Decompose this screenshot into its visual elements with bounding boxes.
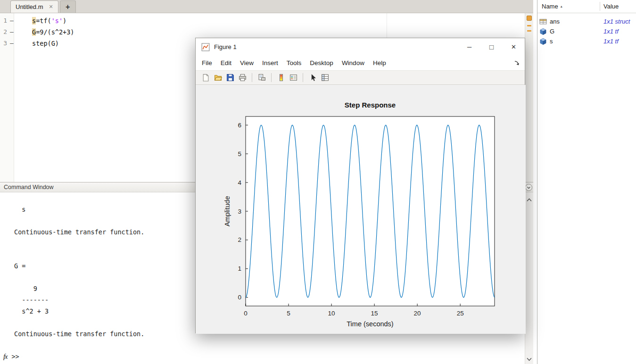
- new-tab-button[interactable]: +: [60, 0, 76, 13]
- variable-value: 1x1 tf: [603, 38, 619, 45]
- line-number-gutter: 1–2–3–: [0, 13, 14, 182]
- workspace-value-column-header[interactable]: Value: [603, 3, 619, 10]
- toolbar-separator: [252, 73, 252, 82]
- property-inspector-icon[interactable]: [319, 72, 331, 83]
- analyzer-warning-marker[interactable]: [527, 30, 531, 32]
- x-tick-label: 25: [457, 310, 464, 317]
- line-number[interactable]: 1–: [0, 15, 14, 26]
- print-figure-icon[interactable]: [236, 72, 248, 83]
- code-token: =9/(s^2+3): [36, 28, 74, 36]
- command-prompt-row[interactable]: fx >>: [0, 351, 525, 362]
- scroll-down-icon[interactable]: [526, 356, 532, 361]
- y-tick-label: 3: [238, 208, 241, 215]
- step-response-plot[interactable]: 05101520250123456Step ResponseTime (seco…: [196, 85, 526, 334]
- menu-item-view[interactable]: View: [236, 57, 258, 69]
- x-tick-label: 20: [414, 310, 421, 317]
- dock-figure-icon[interactable]: [513, 60, 520, 66]
- variable-value: 1x1 tf: [603, 28, 619, 35]
- struct-icon: [539, 18, 547, 25]
- variable-value: 1x1 struct: [603, 18, 630, 25]
- scroll-up-icon[interactable]: [526, 196, 532, 202]
- y-tick-label: 2: [238, 236, 241, 243]
- variable-name: G: [550, 28, 554, 35]
- editor-tab-untitled[interactable]: Untitled.m ✕: [10, 0, 58, 13]
- plot-axes-box[interactable]: [246, 116, 495, 306]
- toolbar-separator: [303, 73, 303, 82]
- workspace-name-column-header[interactable]: Name ▴: [537, 3, 562, 10]
- window-controls: ─ □ ✕: [458, 38, 525, 56]
- object-icon: [539, 28, 547, 35]
- edit-plot-icon[interactable]: [306, 72, 319, 83]
- minimize-button[interactable]: ─: [458, 38, 480, 56]
- tab-close-icon[interactable]: ✕: [49, 4, 53, 10]
- variable-name: ans: [550, 18, 560, 25]
- figure-menubar: FileEditViewInsertToolsDesktopWindowHelp: [196, 56, 525, 70]
- command-window-scrollbar[interactable]: [525, 192, 533, 364]
- command-output-line: [0, 339, 525, 351]
- y-tick-label: 5: [238, 150, 241, 157]
- menu-items: FileEditViewInsertToolsDesktopWindowHelp: [198, 57, 390, 69]
- column-divider[interactable]: [600, 2, 600, 11]
- analyzer-indicator-icon[interactable]: [527, 16, 532, 21]
- fx-indicator: fx: [3, 353, 7, 361]
- line-number[interactable]: 2–: [0, 26, 14, 38]
- workspace-row-ans[interactable]: ans1x1 struct: [537, 17, 636, 26]
- menu-item-tools[interactable]: Tools: [282, 57, 306, 69]
- menu-item-window[interactable]: Window: [338, 57, 369, 69]
- code-token: =tf(: [36, 17, 51, 25]
- x-tick-label: 15: [371, 310, 378, 317]
- plot-title: Step Response: [345, 101, 396, 109]
- legend-icon[interactable]: [287, 72, 299, 83]
- workspace-panel: Name ▴ Value ans1x1 structG1x1 tfs1x1 tf: [537, 0, 636, 364]
- colorbar-icon[interactable]: [275, 72, 287, 83]
- circle-chevron-icon: [525, 183, 533, 191]
- workspace-variable-list: ans1x1 structG1x1 tfs1x1 tf: [537, 13, 636, 46]
- code-analyzer-strip: [525, 13, 533, 182]
- x-axis-label: Time (seconds): [347, 320, 393, 328]
- maximize-button[interactable]: □: [480, 38, 503, 56]
- workspace-row-s[interactable]: s1x1 tf: [537, 36, 636, 46]
- command-window-actions-button[interactable]: [525, 183, 533, 191]
- variable-name: s: [550, 38, 553, 45]
- x-tick-label: 0: [244, 310, 248, 317]
- menu-item-file[interactable]: File: [198, 57, 216, 69]
- matlab-desktop: Untitled.m ✕ + 1–2–3– s=tf('s')G=9/(s^2+…: [0, 0, 636, 364]
- command-window-title: Command Window: [4, 184, 54, 190]
- code-line[interactable]: G=9/(s^2+3): [32, 26, 525, 38]
- y-tick-label: 6: [238, 122, 241, 129]
- close-button[interactable]: ✕: [503, 38, 525, 56]
- analyzer-warning-marker[interactable]: [527, 25, 531, 26]
- object-icon: [539, 38, 547, 45]
- editor-tab-bar: Untitled.m ✕ +: [0, 0, 533, 13]
- line-number[interactable]: 3–: [0, 38, 14, 49]
- sort-ascending-icon: ▴: [561, 4, 562, 8]
- toolbar-separator: [271, 73, 272, 82]
- menu-item-edit[interactable]: Edit: [216, 57, 236, 69]
- highlighted-token: s: [32, 17, 36, 25]
- y-tick-label: 0: [238, 294, 241, 301]
- matlab-figure-icon: [201, 43, 210, 51]
- command-prompt[interactable]: >>: [11, 353, 19, 360]
- menu-item-desktop[interactable]: Desktop: [306, 57, 338, 69]
- open-file-icon[interactable]: [212, 72, 224, 83]
- workspace-row-G[interactable]: G1x1 tf: [537, 26, 636, 36]
- figure-canvas[interactable]: 05101520250123456Step ResponseTime (seco…: [196, 85, 526, 334]
- y-tick-label: 4: [238, 179, 241, 186]
- figure-titlebar[interactable]: Figure 1 ─ □ ✕: [196, 38, 525, 56]
- string-token: 's': [51, 17, 63, 25]
- menu-item-help[interactable]: Help: [369, 57, 390, 69]
- menu-item-insert[interactable]: Insert: [258, 57, 282, 69]
- print-preview-icon[interactable]: [256, 72, 268, 83]
- editor-tab-title: Untitled.m: [16, 3, 43, 10]
- code-line[interactable]: s=tf('s'): [32, 15, 525, 26]
- save-figure-icon[interactable]: [224, 72, 236, 83]
- highlighted-token: G: [32, 28, 36, 36]
- workspace-header: Name ▴ Value: [537, 0, 636, 13]
- y-axis-label: Amplitude: [223, 196, 231, 226]
- new-figure-icon[interactable]: [199, 72, 212, 83]
- code-token: step(G): [32, 40, 59, 47]
- figure-title: Figure 1: [214, 43, 237, 50]
- figure-toolbar: [196, 70, 525, 85]
- x-tick-label: 5: [287, 310, 290, 317]
- figure-window[interactable]: Figure 1 ─ □ ✕ FileEditViewInsertToolsDe…: [195, 38, 525, 333]
